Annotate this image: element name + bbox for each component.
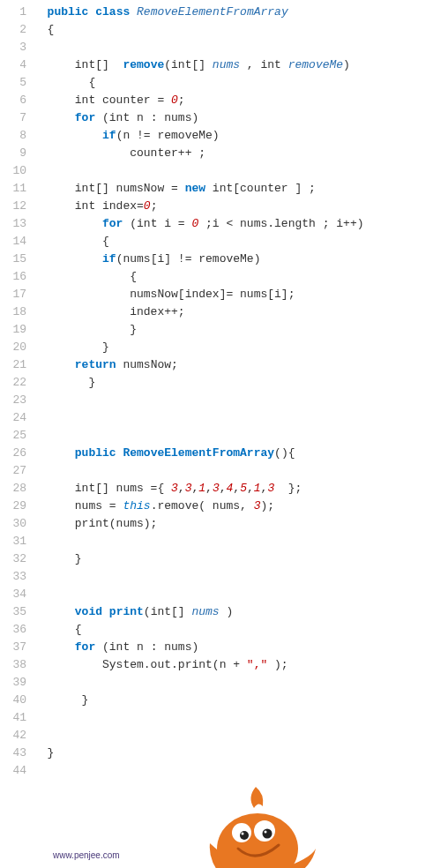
- svg-point-6: [265, 831, 267, 834]
- code-editor-screenshot: { "gutter": ["1","2","3","4","5","6","7"…: [0, 0, 448, 868]
- line-number: 3: [0, 39, 26, 56]
- code-line: {: [34, 621, 448, 639]
- code-line: {: [34, 74, 448, 92]
- line-number: 40: [0, 692, 26, 709]
- line-number: 12: [0, 198, 26, 215]
- line-number: 37: [0, 639, 26, 656]
- code-line: if(n != removeMe): [34, 127, 448, 145]
- line-number: 13: [0, 215, 26, 233]
- code-line: int[] nums ={ 3,3,1,3,4,5,1,3 };: [34, 480, 448, 498]
- code-line: {: [34, 233, 448, 251]
- line-number: 24: [0, 409, 26, 427]
- code-line: [34, 533, 448, 550]
- code-line: [34, 462, 448, 480]
- line-number: 14: [0, 233, 26, 251]
- line-number: 6: [0, 92, 26, 109]
- code-line: [34, 674, 448, 692]
- line-number-gutter: 1234567891011121314151617181920212223242…: [0, 4, 34, 780]
- code-block: 1234567891011121314151617181920212223242…: [0, 4, 448, 780]
- line-number: 36: [0, 621, 26, 639]
- code-line: }: [34, 339, 448, 356]
- code-line: [34, 162, 448, 180]
- code-lines: public class RemoveElementFromArray { in…: [34, 4, 448, 780]
- code-line: [34, 586, 448, 603]
- code-line: return numsNow;: [34, 356, 448, 374]
- line-number: 42: [0, 727, 26, 745]
- code-line: int[] numsNow = new int[counter ] ;: [34, 180, 448, 198]
- code-line: numsNow[index]= nums[i];: [34, 286, 448, 303]
- line-number: 35: [0, 603, 26, 621]
- line-number: 21: [0, 356, 26, 374]
- line-number: 1: [0, 4, 26, 21]
- line-number: 34: [0, 586, 26, 603]
- code-line: public class RemoveElementFromArray: [34, 4, 448, 21]
- line-number: 20: [0, 339, 26, 356]
- mascot-icon: [203, 780, 317, 868]
- code-line: [34, 568, 448, 586]
- code-line: nums = this.remove( nums, 3);: [34, 498, 448, 515]
- code-line: void print(int[] nums ): [34, 603, 448, 621]
- line-number: 5: [0, 74, 26, 92]
- line-number: 9: [0, 145, 26, 162]
- line-number: 22: [0, 374, 26, 392]
- line-number: 29: [0, 498, 26, 515]
- line-number: 39: [0, 674, 26, 692]
- code-line: [34, 762, 448, 780]
- code-line: }: [34, 745, 448, 762]
- line-number: 41: [0, 709, 26, 727]
- line-number: 17: [0, 286, 26, 303]
- code-line: }: [34, 550, 448, 568]
- line-number: 23: [0, 392, 26, 409]
- line-number: 4: [0, 56, 26, 74]
- line-number: 38: [0, 656, 26, 674]
- code-line: index++;: [34, 303, 448, 321]
- line-number: 10: [0, 162, 26, 180]
- site-url: www.penjee.com: [53, 850, 120, 860]
- line-number: 2: [0, 21, 26, 39]
- code-line: for (int n : nums): [34, 109, 448, 127]
- code-line: {: [34, 268, 448, 286]
- code-line: int counter = 0;: [34, 92, 448, 109]
- code-line: for (int i = 0 ;i < nums.length ; i++): [34, 215, 448, 233]
- code-line: [34, 409, 448, 427]
- line-number: 8: [0, 127, 26, 145]
- line-number: 31: [0, 533, 26, 550]
- code-line: [34, 427, 448, 445]
- line-number: 28: [0, 480, 26, 498]
- line-number: 19: [0, 321, 26, 339]
- line-number: 43: [0, 745, 26, 762]
- code-line: for (int n : nums): [34, 639, 448, 656]
- svg-point-4: [263, 829, 273, 839]
- footer: www.penjee.com: [0, 780, 448, 868]
- code-line: }: [34, 692, 448, 709]
- code-line: [34, 39, 448, 56]
- line-number: 7: [0, 109, 26, 127]
- line-number: 15: [0, 251, 26, 268]
- code-line: }: [34, 374, 448, 392]
- svg-point-0: [217, 813, 298, 868]
- code-line: System.out.print(n + "," );: [34, 656, 448, 674]
- line-number: 44: [0, 762, 26, 780]
- line-number: 27: [0, 462, 26, 480]
- code-line: [34, 727, 448, 745]
- line-number: 26: [0, 445, 26, 462]
- line-number: 18: [0, 303, 26, 321]
- line-number: 32: [0, 550, 26, 568]
- line-number: 30: [0, 515, 26, 533]
- line-number: 16: [0, 268, 26, 286]
- line-number: 25: [0, 427, 26, 445]
- code-line: [34, 709, 448, 727]
- code-line: [34, 392, 448, 409]
- code-line: }: [34, 321, 448, 339]
- code-line: {: [34, 21, 448, 39]
- code-line: int[] remove(int[] nums , int removeMe): [34, 56, 448, 74]
- code-line: counter++ ;: [34, 145, 448, 162]
- code-line: int index=0;: [34, 198, 448, 215]
- code-line: print(nums);: [34, 515, 448, 533]
- code-line: public RemoveElementFromArray(){: [34, 445, 448, 462]
- svg-point-5: [242, 833, 244, 835]
- svg-point-3: [240, 831, 249, 840]
- line-number: 33: [0, 568, 26, 586]
- line-number: 11: [0, 180, 26, 198]
- code-line: if(nums[i] != removeMe): [34, 251, 448, 268]
